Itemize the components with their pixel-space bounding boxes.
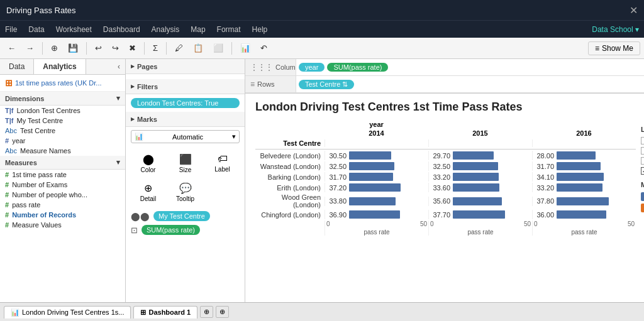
user-menu[interactable]: Data School ▾ xyxy=(592,25,639,34)
field-num-records[interactable]: # Number of Records xyxy=(0,210,125,220)
menu-dashboard[interactable]: Dashboard xyxy=(103,25,140,34)
show-me-button[interactable]: ≡ Show Me xyxy=(588,41,640,55)
rows-icon: ≡ xyxy=(250,80,255,89)
menu-worksheet[interactable]: Worksheet xyxy=(56,25,92,34)
rows-shelf-row: ≡ Rows Test Centre ⇅ xyxy=(245,76,644,93)
back-button[interactable]: ← xyxy=(4,41,19,55)
field-year[interactable]: # year xyxy=(0,136,125,146)
menu-map[interactable]: Map xyxy=(191,25,205,34)
menu-analysis[interactable]: Analysis xyxy=(152,25,180,34)
viz-main: London Driving Test Centres 1st Time Pas… xyxy=(245,94,644,302)
add-dashboard-button[interactable]: ⊕ xyxy=(216,306,229,318)
measures-menu-icon[interactable]: ▾ xyxy=(116,158,120,166)
field-london-test-centres[interactable]: T|f London Test Centres xyxy=(0,106,125,116)
viz-and-shelf: ⋮⋮⋮ Columns year SUM(pass rate) ≡ Rows xyxy=(245,59,644,302)
legend-item[interactable]: (All) xyxy=(641,136,644,146)
label-label: Label xyxy=(214,166,230,173)
field-num-exams[interactable]: # Number of Exams xyxy=(0,180,125,190)
legend2-item[interactable]: True xyxy=(641,202,644,214)
pages-icon: ▸ xyxy=(131,62,135,70)
legend-item[interactable]: Null xyxy=(641,146,644,156)
field-measure-values[interactable]: # Measure Values xyxy=(0,220,125,230)
menu-format[interactable]: Format xyxy=(217,25,241,34)
field-icon-abc2: Abc xyxy=(5,147,17,155)
filters-icon: ▸ xyxy=(131,82,135,90)
legend-checkbox[interactable] xyxy=(641,167,644,175)
row-label: Wanstead (London) xyxy=(255,163,325,170)
field-test-centre[interactable]: Abc Test Centre xyxy=(0,126,125,136)
table-row: Chingford (London)36.9037.7036.00 xyxy=(255,210,636,219)
aggregate-button[interactable]: Σ xyxy=(149,41,162,55)
save-button[interactable]: 💾 xyxy=(64,41,82,55)
axis-row-2014: 050 pass rate xyxy=(325,220,428,236)
menu-bar: File Data Worksheet Dashboard Analysis M… xyxy=(0,20,644,38)
field-measure-names[interactable]: Abc Measure Names xyxy=(0,146,125,156)
tooltip-button[interactable]: 💬 Tooltip xyxy=(168,179,203,205)
tab-worksheet[interactable]: 📊 London Driving Test Centres 1s... xyxy=(4,306,131,318)
field-1st-pass-rate[interactable]: # 1st time pass rate xyxy=(0,170,125,180)
legend2-item[interactable]: False xyxy=(641,191,644,202)
detail-button[interactable]: ⊕ Detail xyxy=(131,179,165,205)
dashboard-tab-icon: ⊞ xyxy=(140,308,146,317)
data-tab[interactable]: Data xyxy=(0,59,34,74)
collapse-panel-button[interactable]: ‹ xyxy=(113,59,125,74)
sum-pass-rate-col-pill[interactable]: SUM(pass rate) xyxy=(327,63,388,72)
filter-pill[interactable]: London Test Centres: True xyxy=(131,98,240,108)
field-num-people[interactable]: # Number of people who... xyxy=(0,190,125,200)
tooltip-button[interactable]: 📋 xyxy=(189,41,207,55)
my-test-centre-pill[interactable]: My Test Centre xyxy=(153,211,210,221)
field-label: 1st time pass rate xyxy=(12,171,67,178)
highlight-button[interactable]: 🖊 xyxy=(171,41,187,55)
field-pass-rate[interactable]: # pass rate xyxy=(0,200,125,210)
label-button[interactable]: 🏷 Label xyxy=(205,150,240,177)
field-label: Number of Exams xyxy=(12,181,67,188)
bar-value: 32.50 xyxy=(431,163,453,170)
datasource-label: 1st time pass rates (UK Dr... xyxy=(15,79,102,87)
field-icon-hash-m3: # xyxy=(5,191,9,199)
menu-file[interactable]: File xyxy=(5,25,17,34)
forward-button[interactable]: → xyxy=(22,41,38,55)
year-group-header: year xyxy=(325,121,428,128)
legend-checkbox[interactable] xyxy=(641,147,644,155)
bar-visual xyxy=(453,183,499,192)
add-sheet-button[interactable]: ⊕ xyxy=(200,306,213,318)
data-source-item[interactable]: ⊞ 1st time pass rates (UK Dr... xyxy=(0,75,125,92)
legend-item[interactable]: False xyxy=(641,156,644,166)
test-centre-pill[interactable]: Test Centre ⇅ xyxy=(299,80,354,89)
close-icon[interactable]: ✕ xyxy=(630,4,638,16)
legend-checkbox[interactable] xyxy=(641,137,644,144)
field-label: Measure Values xyxy=(12,221,62,229)
redo-button[interactable]: ↪ xyxy=(108,41,123,55)
menu-data[interactable]: Data xyxy=(28,25,44,34)
bar-visual xyxy=(349,183,401,192)
color-button[interactable]: ⬤ Color xyxy=(131,150,165,177)
tab-dashboard[interactable]: ⊞ Dashboard 1 xyxy=(133,306,197,318)
bar-visual xyxy=(349,210,400,219)
rows-text: Rows xyxy=(257,80,275,88)
chart-button[interactable]: 📊 xyxy=(236,41,254,55)
legend-item[interactable]: True xyxy=(641,166,644,176)
present-button[interactable]: ↶ xyxy=(257,41,271,55)
pages-label: Pages xyxy=(137,63,157,70)
rows-pills: Test Centre ⇅ xyxy=(296,76,644,92)
marks-type-dropdown[interactable]: 📊 Automatic ▾ xyxy=(131,130,240,143)
new-datasource-button[interactable]: ⊕ xyxy=(47,41,62,55)
filters-label: Filters xyxy=(137,83,158,90)
undo-button[interactable]: ↩ xyxy=(91,41,106,55)
sum-pass-rate-pill[interactable]: SUM(pass rate) xyxy=(142,225,200,235)
bar-value: 36.00 xyxy=(535,211,557,219)
year-pill[interactable]: year xyxy=(299,63,325,72)
bar-cell: 32.50 xyxy=(325,161,428,171)
toolbar: ← → ⊕ 💾 ↩ ↪ ✖ Σ 🖊 📋 ⬜ 📊 ↶ ≡ Show Me xyxy=(0,38,644,59)
field-my-test-centre[interactable]: T|f My Test Centre xyxy=(0,116,125,126)
field-label: My Test Centre xyxy=(16,117,63,124)
layout-button[interactable]: ⬜ xyxy=(209,41,227,55)
analytics-tab[interactable]: Analytics xyxy=(34,59,86,74)
legend-checkbox[interactable] xyxy=(641,157,644,165)
field-icon-hash-m2: # xyxy=(5,181,9,188)
size-button[interactable]: ⬛ Size xyxy=(168,150,203,177)
clear-button[interactable]: ✖ xyxy=(125,41,140,55)
field-icon-tif2: T|f xyxy=(5,117,13,124)
dimensions-menu-icon[interactable]: ▾ xyxy=(116,94,120,102)
menu-help[interactable]: Help xyxy=(252,25,268,34)
